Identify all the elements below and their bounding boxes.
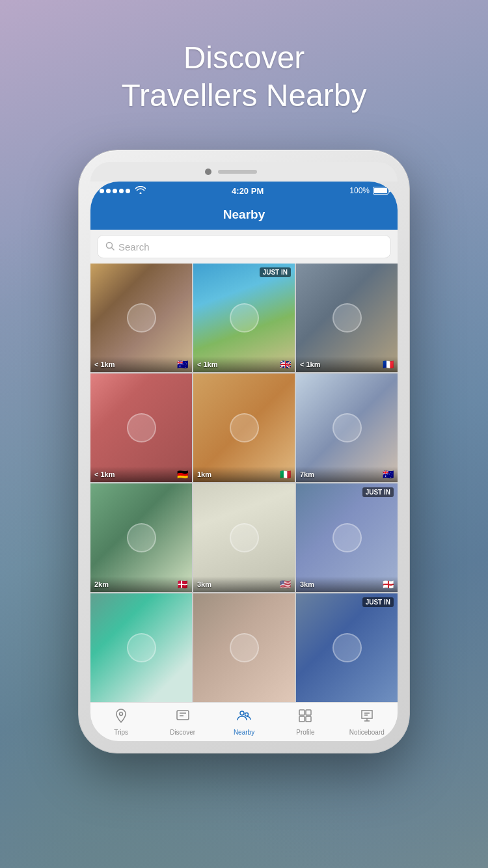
person-silhouette	[90, 264, 192, 372]
cell-distance: < 1km	[94, 470, 115, 478]
signal-dot-3	[113, 189, 117, 193]
person-silhouette	[90, 593, 192, 702]
camera	[205, 169, 211, 175]
profile-icon	[297, 708, 313, 727]
signal-dot-2	[106, 189, 111, 193]
person-silhouette	[90, 483, 192, 592]
svg-rect-7	[306, 710, 311, 715]
grid-cell-8[interactable]: 3km🇺🇸	[193, 483, 295, 592]
speaker	[218, 170, 257, 174]
battery-fill	[374, 188, 387, 193]
signal-dot-4	[119, 189, 124, 193]
headline-line2: Travellers Nearby	[0, 77, 488, 115]
headline: Discover Travellers Nearby	[0, 39, 488, 114]
discover-icon	[175, 708, 191, 727]
tab-noticeboard-label: Noticeboard	[349, 729, 385, 736]
tab-nearby[interactable]: Nearby	[213, 703, 275, 741]
tab-nearby-label: Nearby	[234, 729, 254, 736]
svg-point-4	[240, 711, 244, 715]
grid-cell-10[interactable]	[90, 593, 192, 702]
navigation-bar: Nearby	[90, 200, 398, 230]
nearby-icon	[236, 708, 252, 727]
tab-trips[interactable]: Trips	[90, 703, 152, 741]
signal-dot-5	[126, 189, 130, 193]
tab-trips-label: Trips	[114, 729, 128, 736]
cell-distance: 3km	[197, 580, 211, 588]
cell-flag: 🇩🇪	[177, 469, 188, 480]
status-right: 100%	[349, 186, 388, 195]
tab-profile-label: Profile	[296, 729, 314, 736]
cell-flag: 🇩🇰	[177, 579, 188, 590]
grid-cell-2[interactable]: JUST IN< 1km🇬🇧	[193, 264, 295, 372]
svg-line-1	[112, 247, 115, 250]
cell-flag: 🇫🇷	[383, 359, 394, 370]
svg-rect-8	[299, 716, 305, 722]
svg-point-2	[120, 712, 123, 716]
cell-distance: < 1km	[197, 360, 218, 368]
phone-screen: 4:20 PM 100% Nearby	[90, 182, 398, 741]
cell-distance: 7km	[300, 470, 314, 478]
person-silhouette	[296, 483, 398, 592]
cell-overlay: < 1km🇬🇧	[193, 357, 295, 372]
cell-overlay: 1km🇮🇹	[193, 467, 295, 482]
grid-cell-5[interactable]: 1km🇮🇹	[193, 373, 295, 482]
grid-cell-9[interactable]: JUST IN3km🏴󠁧󠁢󠁥󠁮󠁧󠁿	[296, 483, 398, 592]
cell-distance: 2km	[94, 580, 109, 588]
cell-overlay: < 1km🇩🇪	[90, 467, 192, 482]
battery-icon	[373, 187, 388, 195]
person-silhouette	[296, 373, 398, 482]
tab-profile[interactable]: Profile	[275, 703, 336, 741]
person-silhouette	[193, 373, 295, 482]
cell-overlay: 7km🇦🇺	[296, 467, 398, 482]
cell-distance: 3km	[300, 580, 314, 588]
person-silhouette	[90, 373, 192, 482]
grid-cell-3[interactable]: < 1km🇫🇷	[296, 264, 398, 372]
cell-overlay: < 1km🇫🇷	[296, 357, 398, 372]
tab-discover-label: Discover	[170, 729, 195, 736]
cell-overlay: 3km🏴󠁧󠁢󠁥󠁮󠁧󠁿	[296, 576, 398, 592]
phone-notch	[90, 162, 398, 182]
noticeboard-icon	[359, 708, 375, 727]
search-bar[interactable]: Search	[97, 235, 391, 258]
battery-percentage: 100%	[349, 186, 370, 195]
cell-flag: 🇦🇺	[177, 359, 188, 370]
nav-title: Nearby	[223, 208, 265, 222]
grid-cell-6[interactable]: 7km🇦🇺	[296, 373, 398, 482]
status-left	[100, 186, 146, 196]
screen-content: 4:20 PM 100% Nearby	[90, 182, 398, 741]
grid-cell-7[interactable]: 2km🇩🇰	[90, 483, 192, 592]
grid-cell-1[interactable]: < 1km🇦🇺	[90, 264, 192, 372]
search-placeholder: Search	[118, 241, 150, 252]
search-icon	[105, 241, 115, 252]
wifi-icon	[135, 186, 146, 196]
person-silhouette	[296, 593, 398, 702]
cell-flag: 🇦🇺	[383, 469, 394, 480]
signal-dot-1	[100, 189, 104, 193]
svg-point-5	[245, 713, 249, 716]
cell-overlay: 2km🇩🇰	[90, 576, 192, 592]
status-bar: 4:20 PM 100%	[90, 182, 398, 200]
cell-flag: 🏴󠁧󠁢󠁥󠁮󠁧󠁿	[383, 579, 394, 590]
phone-outer: 4:20 PM 100% Nearby	[78, 150, 410, 753]
trips-icon	[113, 708, 129, 727]
grid-cell-12[interactable]: JUST IN	[296, 593, 398, 702]
just-in-badge: JUST IN	[362, 487, 394, 497]
person-silhouette	[296, 264, 398, 372]
signal-dots	[100, 189, 130, 193]
tab-discover[interactable]: Discover	[152, 703, 213, 741]
tab-bar: Trips Discover Nearby Profile Noticeboar…	[90, 702, 398, 741]
headline-line1: Discover	[0, 39, 488, 77]
tab-noticeboard[interactable]: Noticeboard	[336, 703, 398, 741]
cell-flag: 🇬🇧	[280, 359, 291, 370]
cell-distance: < 1km	[94, 360, 115, 368]
grid-cell-11[interactable]	[193, 593, 295, 702]
cell-overlay: < 1km🇦🇺	[90, 357, 192, 372]
grid-cell-4[interactable]: < 1km🇩🇪	[90, 373, 192, 482]
cell-overlay: 3km🇺🇸	[193, 576, 295, 592]
svg-rect-9	[306, 716, 311, 722]
person-silhouette	[193, 593, 295, 702]
person-silhouette	[193, 483, 295, 592]
svg-rect-6	[299, 710, 305, 715]
just-in-badge: JUST IN	[260, 267, 291, 277]
cell-flag: 🇺🇸	[280, 579, 291, 590]
